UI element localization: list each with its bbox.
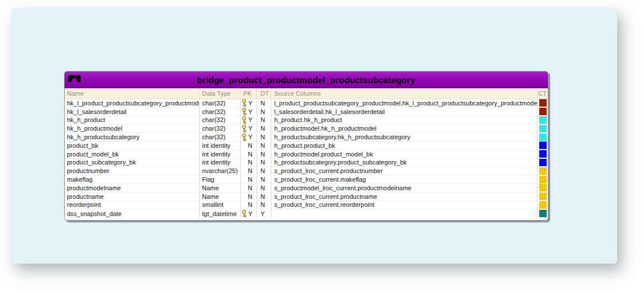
source-columns-cell: s_product_lroc_current.productnumber <box>271 167 538 175</box>
data-type-cell: tgt_datetime <box>200 209 241 218</box>
ct-cell <box>538 209 548 218</box>
data-type-cell: char(32) <box>200 116 241 124</box>
source-columns-cell: l_salesorderdetail.hk_l_salesorderdetail <box>271 108 538 116</box>
dt-cell: N <box>257 167 271 175</box>
column-type-color-chip <box>539 201 547 209</box>
ct-cell <box>538 201 548 209</box>
column-name-cell: productmodelname <box>65 184 200 192</box>
source-columns-cell <box>271 209 538 218</box>
dt-cell: Y <box>257 209 271 218</box>
dt-cell: N <box>257 150 271 158</box>
data-type-cell: int identity <box>200 150 241 158</box>
source-columns-cell: h_product.product_bk <box>271 142 538 150</box>
pk-flag: Y <box>248 108 252 115</box>
column-name-cell: hk_l_product_productsubcategory_productm… <box>65 99 200 107</box>
table-row[interactable]: productnumber nvarchar(25) N N s_product… <box>65 167 548 175</box>
data-type-cell: int identity <box>200 142 241 150</box>
column-type-color-chip <box>539 125 547 132</box>
table-row[interactable]: dss_snapshot_date tgt_datetime Y Y <box>65 209 548 218</box>
pk-cell: N <box>241 159 257 167</box>
column-type-color-chip <box>539 193 547 200</box>
dt-cell: N <box>257 124 271 132</box>
pk-flag: N <box>248 176 252 183</box>
source-columns-cell: l_product_productsubcategory_productmode… <box>271 99 538 107</box>
source-columns-cell: h_productsubcategory.hk_h_productsubcate… <box>271 133 538 141</box>
table-row[interactable]: makeflag Flag N N s_product_lroc_current… <box>65 175 548 184</box>
dt-cell: N <box>257 116 271 124</box>
data-type-cell: int identity <box>200 159 241 167</box>
dt-cell: N <box>257 175 271 183</box>
pk-flag: Y <box>248 125 252 132</box>
source-columns-cell: s_product_lroc_current.reorderpoint <box>271 201 538 209</box>
ct-cell <box>538 142 548 150</box>
dt-cell: N <box>257 193 271 201</box>
source-columns-cell: h_productmodel.product_model_bk <box>271 150 538 158</box>
column-type-color-chip <box>539 150 547 158</box>
table-row[interactable]: product_model_bk int identity N N h_prod… <box>65 150 548 159</box>
ct-cell <box>538 124 548 132</box>
data-type-cell: smallint <box>200 201 241 209</box>
column-type-color-chip <box>539 159 547 166</box>
pk-flag: N <box>248 167 252 174</box>
pk-flag: Y <box>248 116 252 123</box>
bridge-icon <box>68 75 81 83</box>
pk-cell: N <box>241 167 257 175</box>
table-row[interactable]: product_subcategory_bk int identity N N … <box>65 159 548 167</box>
column-name-cell: dss_snapshot_date <box>65 209 200 218</box>
column-type-color-chip <box>539 184 547 191</box>
ct-cell <box>538 193 548 201</box>
table-row[interactable]: reorderpoint smallint N N s_product_lroc… <box>65 201 548 210</box>
table-row[interactable]: hk_h_productmodel char(32) Y N h_product… <box>65 124 548 133</box>
table-row[interactable]: productmodelname Name N N s_productmodel… <box>65 184 548 193</box>
table-row[interactable]: hk_h_product char(32) Y N h_product.hk_h… <box>65 116 548 125</box>
pk-cell: N <box>241 184 257 192</box>
primary-key-icon <box>242 99 247 107</box>
source-columns-cell: s_product_lroc_current.productname <box>271 193 538 201</box>
entity-header[interactable]: bridge_product_productmodel_productsubca… <box>65 72 548 88</box>
table-row[interactable]: productname Name N N s_product_lroc_curr… <box>65 193 548 201</box>
column-name-cell: product_model_bk <box>65 150 200 158</box>
header-dt: DT <box>257 88 271 99</box>
pk-flag: Y <box>248 210 252 217</box>
data-type-cell: Name <box>200 193 241 201</box>
header-ct: CT <box>538 88 548 99</box>
column-header-row: Name Data Type PK DT Source Columns CT <box>65 88 548 99</box>
entity-rows: hk_l_product_productsubcategory_productm… <box>65 99 548 218</box>
column-name-cell: hk_h_product <box>65 116 200 124</box>
pk-cell: N <box>241 150 257 158</box>
primary-key-icon <box>242 125 247 132</box>
dt-cell: N <box>257 133 271 141</box>
data-type-cell: char(32) <box>200 108 241 116</box>
column-name-cell: hk_h_productsubcategory <box>65 133 200 141</box>
table-row[interactable]: product_bk int identity N N h_product.pr… <box>65 142 548 150</box>
dt-cell: N <box>257 159 271 167</box>
ct-cell <box>538 159 548 167</box>
column-type-color-chip <box>539 116 547 124</box>
column-type-color-chip <box>539 99 547 107</box>
dt-cell: N <box>257 184 271 192</box>
pk-cell: Y <box>241 99 257 107</box>
ct-cell <box>538 184 548 192</box>
pk-flag: N <box>248 151 252 158</box>
column-name-cell: makeflag <box>65 175 200 183</box>
table-row[interactable]: hk_l_product_productsubcategory_productm… <box>65 99 548 108</box>
pk-flag: Y <box>248 100 252 107</box>
ct-cell <box>538 99 548 107</box>
entity-table-bridge[interactable]: bridge_product_productmodel_productsubca… <box>64 71 548 221</box>
pk-cell: Y <box>241 209 257 218</box>
dt-cell: N <box>257 108 271 116</box>
primary-key-icon <box>242 134 247 141</box>
header-pk: PK <box>241 88 257 99</box>
table-row[interactable]: hk_l_salesorderdetail char(32) Y N l_sal… <box>65 108 548 116</box>
ct-cell <box>538 133 548 141</box>
table-row[interactable]: hk_h_productsubcategory char(32) Y N h_p… <box>65 133 548 142</box>
column-name-cell: productname <box>65 193 200 201</box>
pk-flag: N <box>248 159 252 166</box>
column-type-color-chip <box>539 142 547 149</box>
data-type-cell: char(32) <box>200 124 241 132</box>
data-type-cell: char(32) <box>200 99 241 107</box>
primary-key-icon <box>242 210 247 217</box>
pk-cell: Y <box>241 133 257 141</box>
pk-flag: Y <box>248 134 252 140</box>
pk-cell: N <box>241 201 257 209</box>
